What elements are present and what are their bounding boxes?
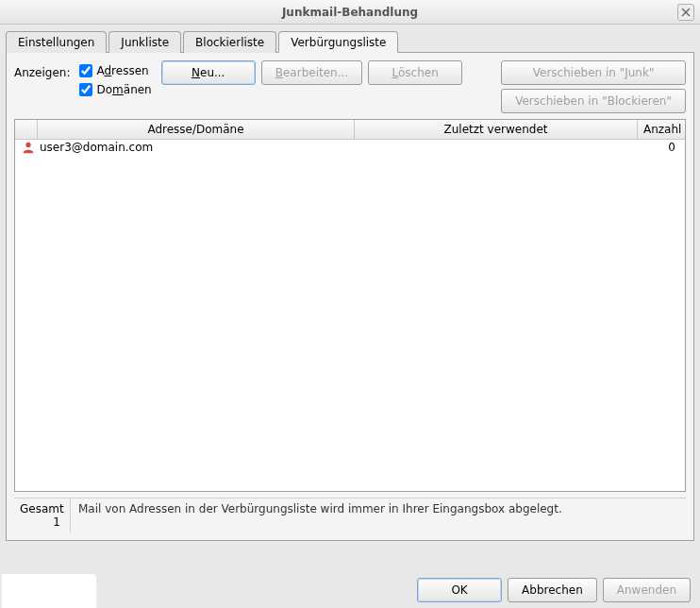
checkbox-domains[interactable]: Domänen (79, 83, 151, 96)
col-last-used[interactable]: Zuletzt verwendet (355, 120, 638, 139)
apply-button[interactable]: Anwenden (603, 578, 691, 602)
table-row[interactable]: user3@domain.com 0 (15, 140, 685, 155)
decorative-corner (2, 574, 96, 608)
footer-info: Gesamt 1 Mail von Adressen in der Verbür… (14, 498, 686, 532)
cell-address: user3@domain.com (38, 141, 355, 154)
col-address[interactable]: Adresse/Domäne (38, 120, 355, 139)
checkbox-addresses[interactable]: Adressen (79, 64, 151, 77)
table-body: user3@domain.com 0 (15, 140, 685, 491)
cell-count: 0 (638, 141, 681, 154)
edit-button[interactable]: Bearbeiten... (261, 60, 362, 85)
dialog-buttons: OK Abbrechen Anwenden (417, 578, 691, 602)
window-title: Junkmail-Behandlung (282, 6, 418, 19)
total-box: Gesamt 1 (14, 498, 71, 532)
table-header: Adresse/Domäne Zuletzt verwendet Anzahl (15, 120, 685, 140)
close-icon (681, 8, 691, 17)
col-count[interactable]: Anzahl (638, 120, 685, 139)
user-icon (19, 141, 38, 154)
tab-verbuergungsliste[interactable]: Verbürgungsliste (278, 31, 398, 53)
move-junk-button[interactable]: Verschieben in "Junk" (501, 60, 686, 85)
address-table: Adresse/Domäne Zuletzt verwendet Anzahl … (14, 119, 686, 492)
close-button[interactable] (677, 4, 694, 21)
title-bar: Junkmail-Behandlung (0, 0, 700, 25)
delete-button[interactable]: Löschen (368, 60, 462, 85)
tab-blockierliste[interactable]: Blockierliste (183, 31, 276, 53)
total-label: Gesamt (20, 502, 64, 515)
show-label: Anzeigen: (14, 60, 70, 79)
tab-junkliste[interactable]: Junkliste (108, 31, 181, 53)
ok-button[interactable]: OK (417, 578, 502, 602)
move-block-button[interactable]: Verschieben in "Blockieren" (501, 89, 686, 113)
tab-einstellungen[interactable]: Einstellungen (6, 31, 107, 53)
svg-point-2 (25, 143, 30, 147)
tab-panel: Anzeigen: Adressen Domänen Neu... Bearbe… (6, 52, 694, 541)
cancel-button[interactable]: Abbrechen (508, 578, 597, 602)
checkbox-addresses-input[interactable] (79, 64, 92, 77)
total-value: 1 (20, 515, 64, 529)
new-button[interactable]: Neu... (161, 60, 256, 85)
tab-bar: Einstellungen Junkliste Blockierliste Ve… (6, 30, 694, 52)
toolbar: Anzeigen: Adressen Domänen Neu... Bearbe… (14, 60, 686, 113)
footer-message: Mail von Adressen in der Verbürgungslist… (71, 498, 686, 532)
checkbox-domains-input[interactable] (79, 83, 92, 96)
col-icon[interactable] (15, 120, 38, 139)
